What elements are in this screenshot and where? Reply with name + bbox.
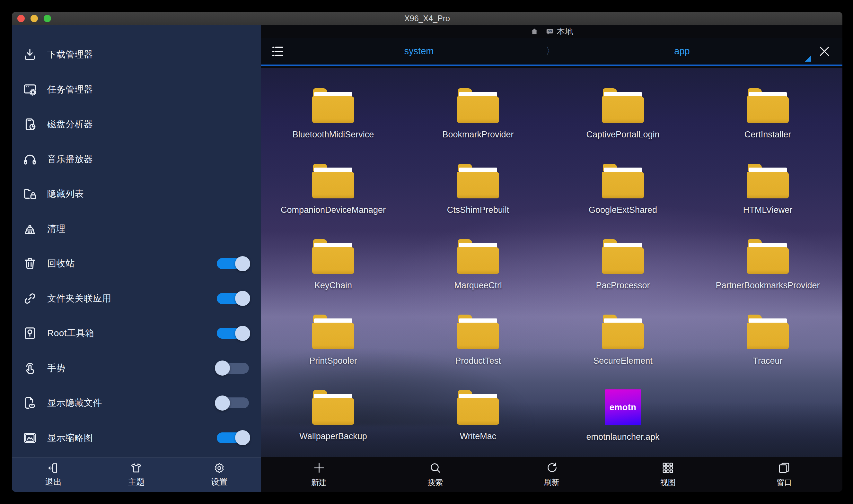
- mac-titlebar: X96_X4_Pro: [12, 12, 842, 25]
- apk-icon: emotn: [605, 390, 641, 425]
- main-panel: 本地 system 〉 app BluetoothMidiService B: [261, 25, 842, 492]
- file-name-label: PacProcessor: [596, 281, 650, 290]
- file-item-CaptivePortalLogin[interactable]: CaptivePortalLogin: [550, 68, 695, 143]
- file-item-HTMLViewer[interactable]: HTMLViewer: [695, 143, 840, 219]
- file-item-CtsShimPrebuilt[interactable]: CtsShimPrebuilt: [406, 143, 550, 219]
- file-name-label: CertInstaller: [744, 130, 791, 140]
- folder-icon: [457, 314, 499, 349]
- exit-button[interactable]: 退出: [12, 458, 95, 492]
- file-item-MarqueeCtrl[interactable]: MarqueeCtrl: [406, 219, 550, 294]
- theme-button[interactable]: 主题: [95, 458, 178, 492]
- toolbar-new-button[interactable]: 新建: [261, 457, 377, 492]
- gesture-toggle[interactable]: [217, 363, 249, 374]
- home-icon[interactable]: [530, 27, 538, 36]
- show-hidden-files-toggle[interactable]: [217, 397, 249, 408]
- toolbar-button-label: 搜索: [427, 478, 443, 488]
- file-item-KeyChain[interactable]: KeyChain: [261, 219, 406, 294]
- file-item-CompanionDeviceManager[interactable]: CompanionDeviceManager: [261, 143, 406, 219]
- folder-icon: [312, 88, 354, 123]
- file-name-label: SecureElement: [593, 356, 653, 366]
- settings-button[interactable]: 设置: [178, 458, 261, 492]
- sidebar-item-label: 音乐播放器: [47, 153, 93, 165]
- path-list-button[interactable]: [261, 44, 295, 59]
- file-name-label: emotnlauncher.apk: [586, 432, 659, 442]
- sidebar-item-recycle-bin[interactable]: 回收站: [12, 246, 261, 281]
- sidebar-footer: 退出 主题 设置: [12, 457, 261, 492]
- toolbar-search-button[interactable]: 搜索: [377, 457, 493, 492]
- file-name-label: KeyChain: [315, 281, 352, 290]
- file-item-emotnlauncher.apk[interactable]: emotn emotnlauncher.apk: [550, 370, 695, 445]
- file-item-BookmarkProvider[interactable]: BookmarkProvider: [406, 68, 550, 143]
- file-item-PartnerBookmarksProvider[interactable]: PartnerBookmarksProvider: [695, 219, 840, 294]
- toolbar-refresh-button[interactable]: 刷新: [493, 457, 609, 492]
- file-grid: BluetoothMidiService BookmarkProvider Ca…: [261, 68, 842, 445]
- clean-icon: [22, 221, 37, 236]
- bottom-toolbar: 新建 搜索 刷新 视图 窗口: [261, 457, 842, 492]
- root-toolbox-toggle[interactable]: [217, 328, 249, 339]
- file-item-WallpaperBackup[interactable]: WallpaperBackup: [261, 370, 406, 445]
- folder-icon: [747, 88, 789, 123]
- sidebar-item-clean[interactable]: 清理: [12, 212, 261, 247]
- sidebar-item-label: 显示缩略图: [47, 432, 93, 444]
- breadcrumb: system 〉 app: [261, 38, 842, 66]
- sidebar-item-hidden-list[interactable]: 隐藏列表: [12, 177, 261, 212]
- tab-local-storage[interactable]: 本地: [546, 26, 573, 37]
- file-name-label: HTMLViewer: [743, 205, 793, 215]
- sidebar-item-root-toolbox[interactable]: Root工具箱: [12, 316, 261, 351]
- folder-icon: [602, 88, 644, 123]
- file-item-PrintSpooler[interactable]: PrintSpooler: [261, 294, 406, 370]
- sidebar-item-show-hidden-files[interactable]: 显示隐藏文件: [12, 385, 261, 420]
- file-item-PacProcessor[interactable]: PacProcessor: [550, 219, 695, 294]
- toolbar-view-button[interactable]: 视图: [610, 457, 726, 492]
- file-item-Traceur[interactable]: Traceur: [695, 294, 840, 370]
- theme-icon: [130, 462, 142, 474]
- folder-icon: [747, 239, 789, 274]
- folder-icon: [457, 390, 499, 425]
- folder-icon: [457, 88, 499, 123]
- exit-icon: [47, 462, 59, 474]
- file-item-SecureElement[interactable]: SecureElement: [550, 294, 695, 370]
- file-item-GoogleExtShared[interactable]: GoogleExtShared: [550, 143, 695, 219]
- sd-card-icon: [546, 27, 554, 36]
- show-thumbnails-toggle[interactable]: [217, 432, 249, 443]
- sidebar-list: 下载管理器 任务管理器 磁盘分析器 音乐播放器 隐藏列表 清理 回收站 文件夹关…: [12, 37, 261, 455]
- toolbar-button-label: 刷新: [544, 478, 559, 488]
- sidebar-item-gesture[interactable]: 手势: [12, 351, 261, 386]
- sidebar-item-folder-association[interactable]: 文件夹关联应用: [12, 281, 261, 316]
- folder-icon: [457, 164, 499, 198]
- close-icon: [818, 44, 831, 58]
- file-item-BluetoothMidiService[interactable]: BluetoothMidiService: [261, 68, 406, 143]
- toggle-knob: [235, 256, 250, 271]
- close-tab-button[interactable]: [806, 44, 842, 58]
- breadcrumb-segment-app[interactable]: app: [557, 46, 806, 56]
- folder-icon: [312, 239, 354, 274]
- file-item-WriteMac[interactable]: WriteMac: [406, 370, 550, 445]
- toolbar-button-label: 视图: [660, 478, 676, 488]
- breadcrumb-segment-system[interactable]: system: [295, 46, 544, 56]
- sidebar-item-music-player[interactable]: 音乐播放器: [12, 142, 261, 177]
- sidebar-item-label: Root工具箱: [47, 327, 94, 339]
- file-item-ProductTest[interactable]: ProductTest: [406, 294, 550, 370]
- breadcrumb-separator: 〉: [544, 44, 557, 58]
- file-area: BluetoothMidiService BookmarkProvider Ca…: [261, 68, 842, 457]
- gesture-icon: [22, 361, 37, 376]
- sidebar-item-label: 任务管理器: [47, 84, 93, 96]
- sidebar-item-label: 磁盘分析器: [47, 118, 93, 130]
- sidebar-item-download-manager[interactable]: 下载管理器: [12, 37, 261, 72]
- file-name-label: CompanionDeviceManager: [281, 205, 386, 215]
- toolbar-window-button[interactable]: 窗口: [726, 457, 842, 492]
- search-icon: [429, 461, 442, 474]
- file-name-label: BluetoothMidiService: [292, 130, 374, 140]
- sidebar-item-task-manager[interactable]: 任务管理器: [12, 72, 261, 107]
- folder-icon: [312, 390, 354, 425]
- folder-association-toggle[interactable]: [217, 293, 249, 304]
- app-window: X96_X4_Pro 下载管理器 任务管理器 磁盘分析器 音乐播放器 隐藏列表 …: [12, 12, 842, 492]
- file-name-label: BookmarkProvider: [442, 130, 514, 140]
- file-name-label: PartnerBookmarksProvider: [715, 281, 820, 290]
- folder-icon: [602, 314, 644, 349]
- recycle-bin-toggle[interactable]: [217, 258, 249, 269]
- folder-icon: [312, 164, 354, 198]
- sidebar-item-show-thumbnails[interactable]: 显示缩略图: [12, 420, 261, 455]
- sidebar-item-disk-analyzer[interactable]: 磁盘分析器: [12, 107, 261, 142]
- file-item-CertInstaller[interactable]: CertInstaller: [695, 68, 840, 143]
